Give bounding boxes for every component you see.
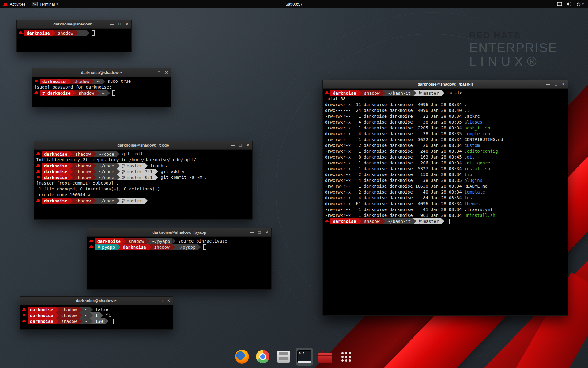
close-button[interactable]: ✕ [125, 22, 129, 26]
file-listing-text: drwxrwxr-x. 4 darknoise darknoise 38 Jan… [325, 131, 464, 137]
terminal-line: darknoiseshadow~/bash-itmaster [325, 218, 566, 224]
terminal-window-sudo[interactable]: darknoise@shadow:~ — □ ✕ darknoiseshadow… [32, 68, 171, 107]
maximize-button[interactable]: □ [555, 82, 557, 86]
prompt-segment: ~/bash-it [385, 218, 413, 224]
powerline-arrow [117, 174, 120, 180]
maximize-button[interactable]: □ [158, 71, 160, 75]
terminal-line: darknoiseshadow~/codemaster ?:1 git add … [36, 169, 250, 174]
app-grid-icon [340, 351, 352, 363]
powerline-arrow [79, 307, 82, 312]
prompt-segment: shadow [76, 90, 97, 96]
terminal-line: drwxrwxr-x. 2 darknoise darknoise 150 Ja… [325, 172, 566, 178]
activities-label: Activities [10, 2, 25, 6]
powerline-arrow [105, 318, 108, 324]
minimize-button[interactable]: — [231, 143, 235, 147]
file-name: .. [464, 108, 469, 113]
maximize-button[interactable]: □ [239, 143, 242, 147]
minimize-button[interactable]: — [110, 22, 114, 26]
app-menu-terminal[interactable]: Terminal ▾ [29, 0, 61, 8]
dock-item-firefox[interactable] [233, 348, 251, 366]
terminal-line: darknoiseshadow~/bash-itmaster ls -la [325, 90, 566, 96]
prompt-segment: ~ [82, 318, 89, 324]
terminal-line: darknoiseshadow~/codemaster S:1 git comm… [36, 174, 250, 180]
powerline-arrow [100, 312, 103, 318]
prompt-segment: shadow [362, 90, 382, 96]
dock-item-app-grid[interactable] [337, 348, 355, 366]
prompt-segment: ~ [94, 79, 102, 84]
minimize-button[interactable]: — [151, 299, 155, 303]
file-listing-text: -rwxrwxr-x. 1 darknoise darknoise 206 Ja… [325, 160, 464, 166]
terminal-content[interactable]: darknoiseshadow~/bash-itmaster ls -latot… [323, 89, 568, 226]
redhat-prompt-icon [34, 79, 39, 84]
display-icon[interactable] [557, 2, 562, 6]
powerline-arrow [117, 151, 120, 157]
terminal-window-home-1[interactable]: darknoise@shadow:~ — □ ✕ darknoiseshadow… [16, 20, 132, 52]
close-button[interactable]: ✕ [265, 230, 269, 234]
terminal-content[interactable]: darknoiseshadow~/pyapp source bin/activa… [87, 237, 271, 251]
terminal-text: source bin/activate [175, 238, 227, 244]
prompt-segment: master S:1 [120, 174, 155, 180]
window-titlebar[interactable]: darknoise@shadow:~/bash-it — □ ✕ [323, 80, 568, 89]
terminal-line: darknoiseshadow~/codemaster [36, 198, 250, 204]
redhat-prompt-icon [19, 30, 24, 36]
close-button[interactable]: ✕ [562, 82, 565, 86]
close-button[interactable]: ✕ [167, 299, 170, 303]
powerline-arrow [413, 90, 416, 96]
prompt-segment: darknoise [42, 151, 70, 157]
file-name: .ackrc [464, 113, 480, 119]
window-titlebar[interactable]: darknoise@shadow:~ — □ ✕ [32, 68, 171, 77]
terminal-line: # darknoiseshadow~ [34, 90, 169, 96]
terminal-content[interactable]: darknoiseshadow~ sudo true[sudo] passwor… [32, 77, 171, 98]
window-titlebar[interactable]: darknoise@shadow:~ — □ ✕ [17, 20, 131, 29]
activities-button[interactable]: Activities [0, 0, 29, 8]
dock-item-toolbox[interactable] [316, 348, 334, 366]
file-listing-text: drwxrwxr-x. 2 darknoise darknoise 40 Jan… [325, 189, 464, 195]
terminal-window-code[interactable]: darknoise@shadow:~/code — □ ✕ darknoises… [34, 141, 253, 220]
dock-item-chrome[interactable] [254, 348, 272, 366]
minimize-button[interactable]: — [250, 230, 254, 234]
close-button[interactable]: ✕ [246, 143, 250, 147]
window-titlebar[interactable]: darknoise@shadow:~/pyapp — □ ✕ [87, 228, 271, 237]
file-listing-text: drwxrwxr-x. 4 darknoise darknoise 84 Jan… [325, 195, 464, 201]
powerline-arrow [91, 79, 94, 84]
chevron-down-icon: ▾ [582, 2, 584, 6]
prompt-segment: master [416, 218, 441, 224]
window-titlebar[interactable]: darknoise@shadow:~ — □ ✕ [20, 297, 173, 305]
terminal-content[interactable]: darknoiseshadow~ [17, 29, 131, 37]
maximize-button[interactable]: □ [258, 230, 261, 234]
file-name: . [464, 102, 467, 108]
window-title: darknoise@shadow:~ [81, 70, 122, 75]
logo-enterprise-text: ENTERPRISE [469, 41, 557, 54]
close-button[interactable]: ✕ [165, 71, 168, 75]
maximize-button[interactable]: □ [160, 299, 162, 303]
file-listing-text: drwxrwxr-x. 8 darknoise darknoise 163 Ja… [325, 154, 464, 160]
prompt-segment: shadow [73, 163, 93, 169]
maximize-button[interactable]: □ [118, 22, 121, 26]
minimize-button[interactable]: — [149, 71, 153, 75]
clock[interactable]: Sat 03:57 [285, 2, 303, 6]
file-listing-text: -rwxrwxr-x. 1 darknoise darknoise 2205 J… [325, 125, 464, 131]
terminal-content[interactable]: darknoiseshadow~ falsedarknoiseshadow~1 … [20, 305, 173, 326]
prompt-segment: darknoise [28, 307, 56, 312]
terminal-content[interactable]: darknoiseshadow~/code git initInitialize… [34, 150, 252, 205]
dock-item-files[interactable] [275, 348, 292, 366]
file-listing-text: drwxrwxr-x. 2 darknoise darknoise 150 Ja… [325, 172, 464, 178]
terminal-line: darknoiseshadow~/codemaster touch a [36, 163, 250, 169]
prompt-segment: darknoise [42, 198, 70, 204]
terminal-line: total 68 [325, 96, 566, 102]
terminal-window-bash-it[interactable]: darknoise@shadow:~/bash-it — □ ✕ darknoi… [322, 80, 568, 316]
power-icon[interactable]: ▾ [576, 2, 584, 6]
file-name: README.md [464, 183, 488, 189]
prompt-segment: master [120, 198, 145, 204]
terminal-window-home-2[interactable]: darknoise@shadow:~ — □ ✕ darknoiseshadow… [20, 296, 173, 330]
file-listing-text: drwxrwxr-x. 11 darknoise darknoise 4096 … [325, 102, 464, 108]
volume-icon[interactable] [567, 2, 572, 6]
minimize-button[interactable]: — [546, 82, 550, 86]
terminal-window-pyapp[interactable]: darknoise@shadow:~/pyapp — □ ✕ darknoise… [87, 228, 272, 290]
dock-item-terminal[interactable] [296, 348, 313, 366]
redhat-prompt-icon [325, 90, 330, 96]
powerline-arrow [73, 90, 76, 96]
prompt-segment: ~ [82, 307, 89, 312]
window-titlebar[interactable]: darknoise@shadow:~/code — □ ✕ [34, 141, 252, 150]
terminal-cursor [111, 319, 114, 324]
